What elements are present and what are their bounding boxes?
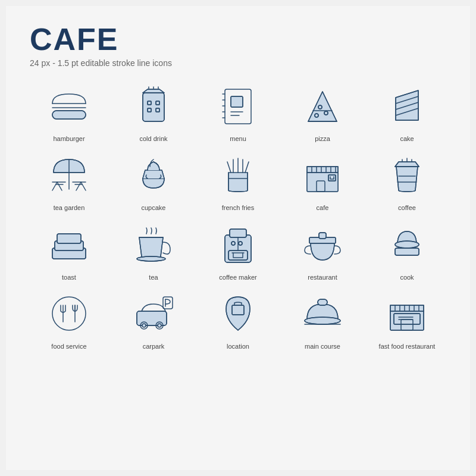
list-item: carpark [114,290,193,350]
svg-line-45 [81,182,86,190]
icon-grid: hamburger [30,82,446,350]
svg-rect-128 [394,314,420,324]
svg-rect-52 [307,171,338,192]
list-item: location [199,290,277,350]
svg-point-101 [52,297,86,330]
list-item: restaurant [283,221,362,281]
list-item: fast food restaurant [368,290,446,350]
list-item: coffee [368,151,446,212]
list-item: french fries [199,151,277,212]
list-item: cold drink [114,82,193,143]
svg-rect-110 [163,297,173,309]
list-item: food service [30,290,108,350]
svg-rect-82 [230,229,246,237]
svg-rect-23 [231,96,243,107]
svg-rect-0 [52,111,86,119]
list-item: pizza [283,82,362,143]
list-item: tea [114,221,193,281]
svg-rect-4 [143,93,164,121]
svg-point-108 [142,324,146,327]
svg-rect-13 [148,108,151,112]
list-item: main course [283,290,362,350]
svg-rect-15 [156,108,159,112]
svg-line-43 [57,182,62,190]
list-item: hamburger [30,82,108,143]
list-item: tea garden [30,151,108,212]
list-item: toast [30,221,108,281]
list-item: cupcake [114,151,193,212]
svg-line-42 [52,182,57,190]
svg-line-44 [76,182,81,190]
title: CAFE [30,24,446,55]
svg-rect-63 [328,175,336,181]
list-item: cook [368,221,446,281]
svg-rect-9 [148,101,151,105]
svg-rect-95 [319,233,326,239]
svg-rect-11 [156,101,159,105]
subtitle: 24 px - 1.5 pt editable stroke line icon… [30,58,446,68]
svg-rect-84 [228,250,248,260]
svg-rect-111 [232,305,244,315]
svg-marker-35 [396,90,418,120]
svg-point-109 [158,324,161,327]
svg-rect-99 [395,248,419,255]
card: CAFE 24 px - 1.5 pt editable stroke line… [6,6,470,470]
svg-rect-75 [57,234,81,243]
list-item: cake [368,82,446,143]
list-item: cafe [283,151,362,212]
list-item: coffee maker [199,221,277,281]
list-item: menu [199,82,277,143]
